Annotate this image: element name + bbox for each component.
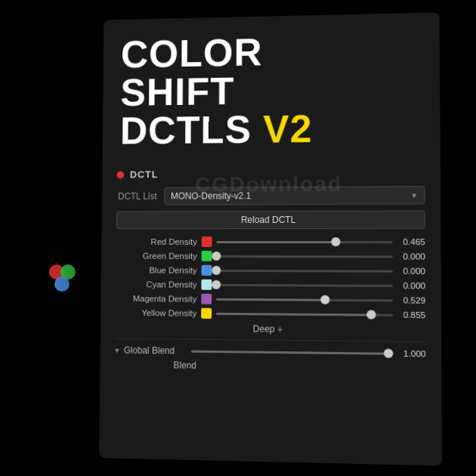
panel-header: COLOR SHIFT DCTLS V2 bbox=[102, 12, 440, 162]
slider-track-4[interactable] bbox=[216, 298, 393, 301]
main-panel: COLOR SHIFT DCTLS V2 CGDownload DCTL DCT… bbox=[99, 12, 442, 465]
slider-fill-0 bbox=[216, 240, 335, 243]
color-swatch-1 bbox=[202, 251, 212, 261]
dctl-section-label: DCTL bbox=[130, 168, 159, 180]
dctl-selected-value: MONO-Density-v2.1 bbox=[171, 190, 251, 201]
slider-label-4: Magenta Density bbox=[116, 294, 197, 304]
blend-label: Blend bbox=[115, 359, 196, 370]
sliders-container: Red Density0.465Green Density0.000Blue D… bbox=[116, 236, 426, 320]
slider-value-2: 0.000 bbox=[397, 267, 425, 276]
color-swatch-3 bbox=[201, 280, 212, 290]
dctl-dot bbox=[116, 171, 124, 178]
global-blend-value: 1.000 bbox=[397, 349, 425, 359]
reload-dctl-button[interactable]: Reload DCTL bbox=[116, 211, 425, 230]
slider-row-red-density: Red Density0.465 bbox=[116, 236, 425, 247]
chevron-icon: ▾ bbox=[115, 345, 119, 355]
scene: COLOR SHIFT DCTLS V2 CGDownload DCTL DCT… bbox=[0, 0, 476, 476]
deep-label: Deep bbox=[253, 323, 275, 334]
slider-label-5: Yellow Density bbox=[116, 308, 197, 318]
global-blend-thumb bbox=[384, 348, 393, 357]
slider-track-2[interactable] bbox=[216, 269, 393, 272]
deep-row: Deep + bbox=[115, 322, 425, 337]
slider-thumb-4 bbox=[320, 295, 329, 304]
slider-row-magenta-density: Magenta Density0.529 bbox=[116, 293, 426, 306]
title-line2: SHIFT bbox=[120, 69, 422, 112]
title-line1: COLOR bbox=[121, 29, 422, 74]
title-v2: V2 bbox=[263, 107, 312, 150]
global-blend-track[interactable] bbox=[191, 350, 388, 354]
slider-value-1: 0.000 bbox=[397, 252, 425, 261]
slider-track-5[interactable] bbox=[216, 312, 393, 316]
color-swatch-0 bbox=[202, 236, 212, 247]
slider-label-3: Cyan Density bbox=[116, 280, 197, 289]
davinci-logo bbox=[42, 257, 83, 298]
color-swatch-4 bbox=[201, 294, 212, 304]
slider-value-5: 0.855 bbox=[397, 311, 425, 320]
slider-thumb-0 bbox=[331, 237, 340, 246]
slider-label-1: Green Density bbox=[116, 252, 196, 261]
blend-row: Blend bbox=[115, 359, 426, 374]
color-swatch-2 bbox=[202, 265, 212, 276]
slider-label-2: Blue Density bbox=[116, 265, 197, 274]
global-blend-label: Global Blend bbox=[124, 345, 187, 357]
slider-label-0: Red Density bbox=[116, 237, 197, 246]
dctl-list-label: DCTL List bbox=[116, 191, 156, 202]
slider-value-3: 0.000 bbox=[397, 281, 425, 290]
slider-thumb-5 bbox=[366, 310, 376, 319]
panel-title: COLOR SHIFT DCTLS V2 bbox=[120, 29, 422, 150]
global-blend-fill bbox=[191, 350, 388, 354]
slider-row-cyan-density: Cyan Density0.000 bbox=[116, 279, 425, 291]
slider-value-0: 0.465 bbox=[397, 237, 425, 246]
slider-thumb-3 bbox=[212, 280, 221, 289]
deep-plus-icon[interactable]: + bbox=[277, 323, 283, 335]
dctl-list-row: DCTL List MONO-Density-v2.1 ▼ bbox=[116, 186, 425, 206]
slider-fill-4 bbox=[216, 298, 325, 301]
slider-row-green-density: Green Density0.000 bbox=[116, 251, 425, 262]
title-line3: DCTLS V2 bbox=[120, 108, 422, 150]
panel-content: DCTL DCTL List MONO-Density-v2.1 ▼ Reloa… bbox=[100, 159, 441, 385]
slider-track-0[interactable] bbox=[216, 240, 392, 243]
color-swatch-5 bbox=[201, 308, 212, 319]
dctl-header: DCTL bbox=[116, 167, 425, 181]
slider-fill-5 bbox=[216, 312, 372, 316]
dctl-dropdown[interactable]: MONO-Density-v2.1 ▼ bbox=[164, 186, 425, 205]
slider-track-1[interactable] bbox=[216, 255, 392, 257]
slider-row-yellow-density: Yellow Density0.855 bbox=[116, 308, 426, 320]
slider-thumb-2 bbox=[212, 266, 221, 275]
chevron-down-icon: ▼ bbox=[410, 191, 418, 199]
slider-value-4: 0.529 bbox=[397, 295, 425, 304]
slider-thumb-1 bbox=[212, 252, 221, 261]
svg-point-2 bbox=[54, 277, 70, 292]
slider-row-blue-density: Blue Density0.000 bbox=[116, 264, 425, 276]
slider-track-3[interactable] bbox=[216, 283, 393, 286]
global-blend-header: ▾ Global Blend 1.000 bbox=[115, 338, 426, 359]
